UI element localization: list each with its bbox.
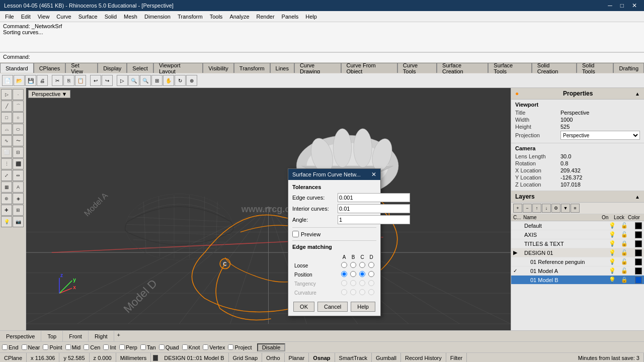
toolbar-select[interactable]: ▷	[117, 75, 128, 86]
snap-knot[interactable]: Knot	[182, 344, 200, 350]
tab-cplanes[interactable]: CPlanes	[34, 63, 66, 73]
tab-curve-tools[interactable]: Curve Tools	[397, 63, 437, 73]
layer-up[interactable]: ↑	[532, 204, 541, 213]
toolbar-zoom-in[interactable]: 🔍	[128, 75, 139, 86]
layer-axis[interactable]: AXIS 💡 🔓	[511, 230, 644, 239]
toolbar-snap[interactable]: ⊕	[186, 75, 197, 86]
interior-curves-input[interactable]	[338, 204, 410, 213]
menu-dimension[interactable]: Dimension	[141, 13, 174, 21]
vp-tab-front[interactable]: Front	[63, 331, 89, 341]
snap-vertex[interactable]: Vertex	[203, 344, 225, 350]
edge-curves-input[interactable]	[338, 193, 410, 202]
cplane-item[interactable]: CPlane	[0, 353, 27, 362]
dialog-close-button[interactable]: ✕	[371, 171, 376, 178]
layer-refpenguin[interactable]: 01 Reference penguin 💡 🔓	[511, 257, 644, 266]
properties-expand-icon[interactable]: ▲	[635, 91, 640, 97]
toolbar-print[interactable]: 🖨	[37, 75, 48, 86]
layer-titles-on[interactable]: 💡	[609, 240, 621, 247]
viewport-label[interactable]: Perspective ▼	[28, 90, 70, 98]
menu-edit[interactable]: Edit	[18, 13, 34, 21]
command-prompt[interactable]: Command:	[0, 52, 644, 62]
extrude-tool[interactable]: ⊟	[13, 147, 24, 158]
toolbar-save[interactable]: 💾	[25, 75, 36, 86]
tab-lines[interactable]: Lines	[270, 63, 294, 73]
tab-viewport-layout[interactable]: Viewport Layout	[153, 63, 203, 73]
tab-curve-drawing[interactable]: Curve Drawing	[294, 63, 341, 73]
smart-track-item[interactable]: SmartTrack	[335, 353, 372, 362]
toolbar-zoom-out[interactable]: 🔍	[140, 75, 151, 86]
polyline-tool[interactable]: ⌒	[13, 101, 24, 112]
close-button[interactable]: ✕	[629, 2, 640, 9]
menu-mesh[interactable]: Mesh	[121, 13, 140, 21]
tangency-d[interactable]	[367, 280, 375, 288]
curvature-c[interactable]	[358, 289, 366, 297]
menu-surface[interactable]: Surface	[75, 13, 101, 21]
menu-help[interactable]: Help	[302, 13, 320, 21]
toolbar-rotate[interactable]: ↻	[175, 75, 186, 86]
tab-drafting[interactable]: Drafting	[613, 63, 644, 73]
layer-titles[interactable]: TITLES & TEXT 💡 🔒	[511, 239, 644, 248]
layer-modela-on[interactable]: 💡	[609, 267, 621, 274]
curvature-a[interactable]	[340, 289, 348, 297]
toolbar-cut[interactable]: ✂	[52, 75, 63, 86]
toolbar-paste[interactable]: 📋	[75, 75, 86, 86]
grid-snap-item[interactable]: Grid Snap	[229, 353, 263, 362]
dialog-title-bar[interactable]: Surface From Curve Netw... ✕	[288, 169, 380, 180]
layer-design01-on[interactable]: 💡	[609, 249, 621, 256]
toolbar-undo[interactable]: ↩	[90, 75, 101, 86]
snap-tool2[interactable]: ✚	[1, 205, 12, 216]
snap-int[interactable]: Int	[103, 344, 116, 350]
layer-modelb[interactable]: 01 Model B 💡 🔒	[511, 276, 644, 285]
layer-refpenguin-color[interactable]	[635, 258, 642, 265]
rect-tool[interactable]: □	[1, 112, 12, 123]
tab-solid-tools[interactable]: Solid Tools	[577, 63, 614, 73]
menu-solid[interactable]: Solid	[102, 13, 120, 21]
loose-a[interactable]	[340, 261, 348, 269]
curve-tool[interactable]: ∿	[1, 135, 12, 146]
layer-modelb-color[interactable]	[635, 277, 642, 284]
layer-modelb-lock[interactable]: 🔒	[621, 277, 635, 283]
osnap-item[interactable]: Osnap	[309, 353, 335, 362]
prop-projection-select[interactable]: Perspective Parallel	[560, 131, 640, 140]
vp-tab-right[interactable]: Right	[89, 331, 114, 341]
render-tool[interactable]: ◈	[13, 193, 24, 204]
tab-surface-tools[interactable]: Surface Tools	[488, 63, 532, 73]
maximize-button[interactable]: □	[617, 2, 627, 9]
snap-project[interactable]: Project	[228, 344, 252, 350]
menu-render[interactable]: Render	[254, 13, 278, 21]
position-d[interactable]	[367, 270, 375, 279]
snap-near-check[interactable]	[22, 344, 27, 350]
tab-transform[interactable]: Transform	[234, 63, 270, 73]
toolbar-pan[interactable]: ✋	[163, 75, 174, 86]
surface-tool[interactable]: ⬜	[1, 147, 12, 158]
cancel-button[interactable]: Cancel	[317, 302, 348, 312]
layer-refpenguin-on[interactable]: 💡	[609, 258, 621, 265]
planar-item[interactable]: Planar	[285, 353, 309, 362]
line-tool[interactable]: ╱	[1, 101, 12, 112]
snap-mid[interactable]: Mid	[65, 344, 81, 350]
mesh-tool[interactable]: ⋮	[1, 158, 12, 169]
text-tool[interactable]: A	[13, 182, 24, 193]
layer-options[interactable]: ≡	[571, 204, 580, 213]
tab-setview[interactable]: Set View	[65, 63, 98, 73]
layer-modelb-on[interactable]: 💡	[609, 277, 621, 283]
layer-titles-color[interactable]	[635, 240, 642, 247]
solid-tool[interactable]: ⬛	[13, 158, 24, 169]
layer-modela[interactable]: ✓ 01 Model A 💡 🔓	[511, 266, 644, 276]
snap-mid-check[interactable]	[65, 344, 71, 350]
minimize-button[interactable]: ─	[605, 2, 615, 9]
ellipse-tool[interactable]: ⬭	[13, 124, 24, 135]
layer-down[interactable]: ↓	[542, 204, 551, 213]
circle-tool[interactable]: ○	[13, 112, 24, 123]
help-button[interactable]: Help	[351, 302, 375, 312]
layer-titles-lock[interactable]: 🔒	[621, 240, 635, 247]
loose-c[interactable]	[358, 261, 366, 269]
layer-default-color[interactable]	[635, 222, 642, 229]
layer-design01[interactable]: ▶ DESIGN 01 💡 🔓	[511, 248, 644, 257]
toolbar-new[interactable]: 📄	[2, 75, 13, 86]
snap-near[interactable]: Near	[22, 344, 40, 350]
toolbar-copy[interactable]: ⎘	[63, 75, 74, 86]
position-c[interactable]	[358, 270, 366, 279]
snap-point-check[interactable]	[43, 344, 48, 350]
tab-solid-creation[interactable]: Solid Creation	[532, 63, 577, 73]
